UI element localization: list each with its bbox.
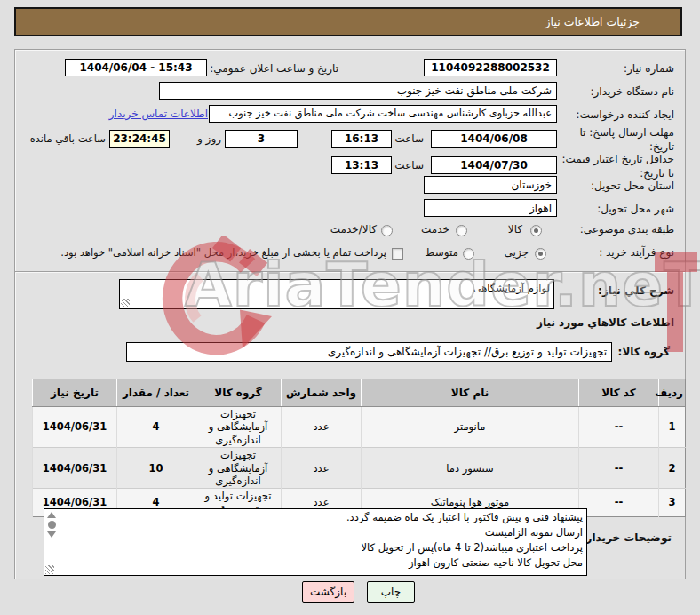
delivery-province-label: استان محل تحویل: bbox=[591, 180, 674, 192]
table-row: 1 -- مانومتر عدد تجهیزات آزمایشگاهی و ان… bbox=[33, 407, 686, 448]
purchase-process-label: نوع فرآیند خرید : bbox=[599, 246, 674, 259]
requester-label: ایجاد کننده درخواست: bbox=[576, 108, 674, 121]
scroll-down-icon[interactable] bbox=[47, 531, 56, 538]
col-need-date: تاریخ نیاز bbox=[33, 379, 117, 407]
validity-hour-label: ساعت bbox=[394, 159, 424, 172]
cell-item-code: -- bbox=[579, 407, 659, 448]
subject-goods-service-label: کالا/خدمت bbox=[330, 223, 377, 236]
page-title: جزئیات اطلاعات نیاز bbox=[545, 9, 640, 35]
subject-goods-radio[interactable] bbox=[530, 225, 542, 236]
delivery-province-field[interactable]: خوزستان bbox=[424, 176, 557, 194]
requester-field[interactable]: عبدالله حزباوی کارشناس مهندسی ساخت شرکت … bbox=[209, 105, 557, 123]
col-item-code: کد کالا bbox=[579, 379, 659, 407]
price-validity-date-field[interactable]: 1404/07/30 bbox=[431, 156, 557, 174]
cell-row-number: 2 bbox=[659, 448, 686, 489]
resize-handle-icon[interactable] bbox=[45, 565, 54, 574]
delivery-city-label: شهر محل تحویل: bbox=[597, 203, 674, 215]
cell-quantity: 4 bbox=[117, 407, 195, 448]
treasury-checkbox[interactable] bbox=[392, 248, 403, 260]
back-button[interactable]: بازگشت bbox=[302, 581, 354, 603]
deadline-hour-label: ساعت bbox=[394, 132, 424, 145]
process-medium-label: متوسط bbox=[425, 246, 458, 259]
buyer-notes-label: توضیحات خریدار: bbox=[582, 531, 672, 544]
need-description-value: لوازم آزمایشگاهی bbox=[120, 280, 553, 295]
note-line: پیشنهاد فنی و پیش فاکتور با اعتبار یک ما… bbox=[44, 509, 586, 524]
col-item-name: نام کالا bbox=[362, 379, 579, 407]
table-row: 2 -- سنسور دما عدد تجهیزات آزمایشگاهی و … bbox=[33, 448, 686, 489]
cell-quantity: 10 bbox=[117, 448, 195, 489]
col-quantity: تعداد / مقدار bbox=[117, 379, 195, 407]
subject-service-radio[interactable] bbox=[456, 225, 467, 236]
need-number-field[interactable]: 1104092288002532 bbox=[424, 59, 557, 76]
subject-goods-label: کالا bbox=[508, 223, 522, 236]
announce-datetime-field[interactable]: 1404/06/04 - 15:43 bbox=[65, 59, 207, 76]
process-minor-label: جزیی bbox=[505, 246, 529, 259]
reply-deadline-label: مهلت ارسال پاسخ: تا تاریخ: bbox=[569, 125, 674, 154]
subject-classification-label: طبقه بندی موضوعی: bbox=[580, 223, 674, 236]
countdown-timer: 23:24:45 bbox=[109, 130, 170, 148]
cell-item-group: تجهیزات آزمایشگاهی و اندازه‌گیری bbox=[195, 448, 282, 489]
price-validity-time-field[interactable]: 13:13 bbox=[331, 156, 392, 174]
goods-group-field[interactable]: تجهیزات تولید و توزیع برق// تجهیزات آزما… bbox=[126, 342, 612, 362]
col-row-number: ردیف bbox=[659, 379, 686, 407]
need-description-textarea[interactable]: لوازم آزمایشگاهی bbox=[119, 279, 554, 309]
process-minor-radio[interactable] bbox=[535, 248, 546, 260]
goods-section-title: اطلاعات کالاهاي مورد نیاز bbox=[537, 316, 674, 329]
note-line: محل تحویل کالا ناحیه صنعتی کارون اهواز bbox=[44, 555, 586, 570]
scroll-thumb[interactable] bbox=[48, 521, 56, 529]
col-count-unit: واحد شمارش bbox=[282, 379, 362, 407]
page-title-bar: جزئیات اطلاعات نیاز bbox=[14, 7, 682, 36]
cell-need-date: 1404/06/31 bbox=[33, 448, 117, 489]
note-line: ارسال نمونه الزامیست bbox=[44, 524, 586, 539]
buyer-notes-textarea[interactable]: پیشنهاد فنی و پیش فاکتور با اعتبار یک ما… bbox=[44, 508, 587, 576]
announce-datetime-label: تاریخ و ساعت اعلان عمومي: bbox=[210, 62, 338, 75]
hours-remaining-label: ساعت باقي مانده bbox=[30, 132, 106, 145]
process-medium-radio[interactable] bbox=[463, 248, 474, 260]
scroll-up-icon[interactable] bbox=[47, 512, 56, 518]
need-info-panel: شماره نیاز: 1104092288002532 تاریخ و ساع… bbox=[14, 49, 686, 275]
cell-item-name: سنسور دما bbox=[362, 448, 579, 489]
treasury-label: پرداخت تمام یا بخشی از مبلغ خرید،از محل … bbox=[60, 246, 386, 259]
cell-item-name: مانومتر bbox=[362, 407, 579, 448]
print-button[interactable]: چاپ bbox=[367, 581, 415, 603]
days-remaining-field[interactable]: 3 bbox=[225, 130, 298, 148]
goods-group-label: گروه کالا: bbox=[618, 346, 670, 358]
col-item-group: گروه کالا bbox=[195, 379, 282, 407]
reply-deadline-date-field[interactable]: 1404/06/08 bbox=[431, 130, 557, 148]
cell-item-code: -- bbox=[579, 489, 659, 517]
cell-count-unit: عدد bbox=[282, 407, 362, 448]
goods-panel: شرح کلي نیاز: لوازم آزمایشگاهی اطلاعات ک… bbox=[14, 271, 686, 579]
cell-row-number: 3 bbox=[659, 489, 686, 517]
price-validity-label: حداقل تاریخ اعتبار قیمت: تا تاریخ: bbox=[559, 152, 674, 180]
reply-deadline-time-field[interactable]: 16:13 bbox=[331, 130, 392, 148]
buyer-contact-link[interactable]: اطلاعات تماس خریدار bbox=[109, 108, 208, 120]
subject-goods-service-radio[interactable] bbox=[381, 225, 393, 236]
buyer-org-field[interactable]: شرکت ملی مناطق نفت خیز جنوب bbox=[159, 82, 557, 100]
subject-service-label: خدمت bbox=[421, 223, 449, 236]
delivery-city-field[interactable]: اهواز bbox=[424, 199, 557, 217]
cell-item-group: تجهیزات آزمایشگاهی و اندازه‌گیری bbox=[195, 407, 282, 448]
buyer-org-label: نام دستگاه خریدار: bbox=[591, 85, 675, 98]
cell-need-date: 1404/06/31 bbox=[33, 407, 117, 448]
cell-item-code: -- bbox=[579, 448, 659, 489]
cell-row-number: 1 bbox=[659, 407, 686, 448]
resize-handle-icon[interactable] bbox=[121, 299, 130, 308]
days-suffix-label: روز و bbox=[197, 132, 221, 145]
need-description-label: شرح کلي نیاز: bbox=[598, 284, 674, 297]
cell-count-unit: عدد bbox=[282, 448, 362, 489]
need-number-label: شماره نیاز: bbox=[624, 62, 674, 75]
goods-table: ردیف کد کالا نام کالا واحد شمارش گروه کا… bbox=[32, 379, 686, 517]
goods-table-header-row: ردیف کد کالا نام کالا واحد شمارش گروه کا… bbox=[33, 379, 686, 407]
note-line: پرداخت اعتباری میباشد(2 تا 4 ماه)پس از ت… bbox=[44, 539, 586, 555]
